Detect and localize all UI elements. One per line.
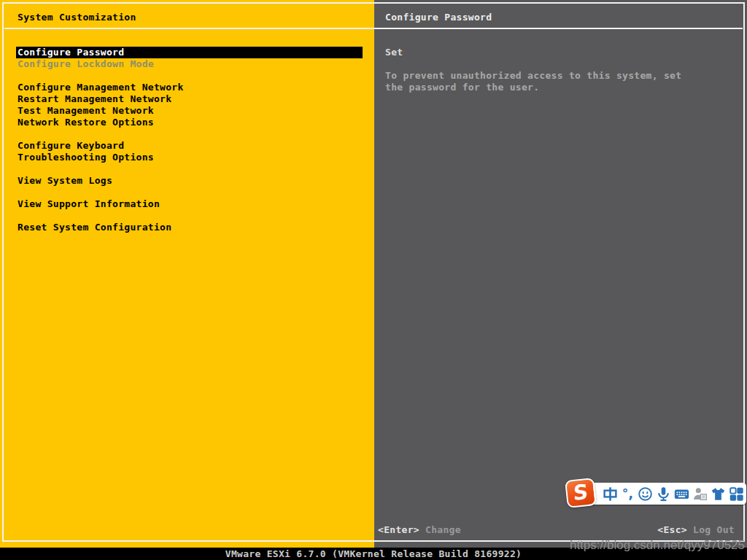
description-text: To prevent unauthorized access to this s… <box>385 70 705 93</box>
menu-item-view-system-logs[interactable]: View System Logs <box>16 175 363 187</box>
clipboard-user-icon[interactable] <box>692 486 708 502</box>
logout-action-label: Log Out <box>693 524 735 535</box>
menu-item-configure-keyboard[interactable]: Configure Keyboard <box>16 140 363 152</box>
menu-item-configure-password[interactable]: Configure Password <box>16 47 363 58</box>
system-customization-panel: System Customization Configure PasswordC… <box>0 0 374 548</box>
soft-keyboard-icon[interactable] <box>674 486 689 502</box>
menu-group: View Support Information <box>0 198 374 210</box>
menu-item-configure-management-network[interactable]: Configure Management Network <box>16 82 363 93</box>
esc-key-label: <Esc> <box>657 524 687 535</box>
system-customization-menu: Configure PasswordConfigure Lockdown Mod… <box>0 47 374 245</box>
punctuation-mode-icon[interactable]: °, <box>621 486 635 502</box>
change-action-label: Change <box>425 524 461 535</box>
sogou-logo-icon[interactable]: S <box>565 478 597 508</box>
menu-item-reset-system-configuration[interactable]: Reset System Configuration <box>16 222 363 233</box>
dcui-screen: System Customization Configure PasswordC… <box>0 0 747 560</box>
menu-item-restart-management-network[interactable]: Restart Management Network <box>16 93 363 105</box>
menu-item-test-management-network[interactable]: Test Management Network <box>16 105 363 117</box>
menu-item-view-support-information[interactable]: View Support Information <box>16 198 363 210</box>
toolbox-icon[interactable] <box>729 486 744 502</box>
detail-panel-title: Configure Password <box>385 12 492 23</box>
menu-group: Configure KeyboardTroubleshooting Option… <box>0 140 374 163</box>
chinese-mode-icon[interactable] <box>603 486 618 502</box>
watermark-text: https://blog.csdn.net/qyy970525 <box>570 538 745 553</box>
enter-change-hint: <Enter> Change <box>378 524 461 536</box>
sogou-logo-letter: S <box>573 480 588 506</box>
skin-icon[interactable] <box>711 486 726 502</box>
title-underline <box>4 28 743 29</box>
voice-input-icon[interactable] <box>656 486 671 502</box>
menu-group: Configure Management NetworkRestart Mana… <box>0 82 374 128</box>
ime-toolbar[interactable]: °, <box>584 483 746 505</box>
menu-item-troubleshooting-options[interactable]: Troubleshooting Options <box>16 152 363 163</box>
detail-panel: Configure Password Set To prevent unauth… <box>374 0 747 548</box>
menu-group: Configure PasswordConfigure Lockdown Mod… <box>0 47 374 70</box>
emoji-icon[interactable] <box>638 486 653 502</box>
menu-item-network-restore-options[interactable]: Network Restore Options <box>16 117 363 128</box>
menu-item-configure-lockdown-mode[interactable]: Configure Lockdown Mode <box>16 58 363 70</box>
left-panel-title: System Customization <box>18 12 136 23</box>
enter-key-label: <Enter> <box>378 524 419 535</box>
menu-group: View System Logs <box>0 175 374 187</box>
menu-group: Reset System Configuration <box>0 222 374 233</box>
esc-logout-hint: <Esc> Log Out <box>657 524 735 536</box>
password-status-label: Set <box>385 47 403 58</box>
